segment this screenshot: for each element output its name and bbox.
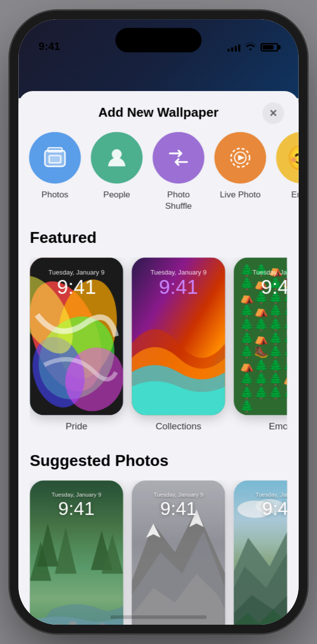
status-time: 9:41 xyxy=(39,40,60,52)
svg-rect-3 xyxy=(48,148,62,152)
suggested-section: Suggested Photos xyxy=(18,452,299,625)
nature1-background: Tuesday, January 9 9:41 xyxy=(30,481,123,625)
close-button[interactable]: ✕ xyxy=(263,102,284,124)
wallpaper-type-emoji[interactable]: 😊 Emoji xyxy=(277,132,299,212)
svg-point-4 xyxy=(112,149,122,159)
sheet-header: Add New Wallpaper ✕ xyxy=(18,105,299,132)
collections-preview: Tuesday, January 9 9:41 xyxy=(132,258,225,415)
live-photo-icon xyxy=(214,132,266,184)
pride-background: Tuesday, January 9 9:41 xyxy=(30,258,123,415)
wallpaper-types-row: Photos People Photo Sh xyxy=(18,132,299,229)
suggested-card-1[interactable]: Tuesday, January 9 9:41 xyxy=(30,481,123,625)
nature1-preview: Tuesday, January 9 9:41 xyxy=(30,481,123,625)
nature2-preview: Tuesday, January 9 9:41 xyxy=(132,481,225,625)
photo-shuffle-icon xyxy=(153,132,204,184)
collections-date: Tuesday, January 9 xyxy=(151,269,207,276)
signal-bars-icon xyxy=(227,43,240,51)
live-photo-label: Live Photo xyxy=(220,189,261,201)
battery-fill xyxy=(263,45,273,49)
photos-icon xyxy=(29,132,81,184)
wifi-icon xyxy=(245,42,256,52)
photo-shuffle-label: Photo Shuffle xyxy=(165,189,192,212)
suggested-card-2[interactable]: Tuesday, January 9 9:41 xyxy=(132,481,225,625)
suggested-card-3[interactable]: Tuesday, January 9 9:41 xyxy=(234,481,287,625)
featured-card-pride[interactable]: Tuesday, January 9 9:41 Pride xyxy=(30,258,123,432)
collections-time: 9:41 xyxy=(159,276,198,299)
close-icon: ✕ xyxy=(269,107,277,119)
wallpaper-type-photos[interactable]: Photos xyxy=(30,132,80,212)
status-icons xyxy=(227,42,278,52)
signal-bar-2 xyxy=(231,47,233,51)
people-icon xyxy=(91,132,143,184)
signal-bar-3 xyxy=(235,46,237,51)
emoji-label: Emoji xyxy=(291,189,299,201)
pride-time: 9:41 xyxy=(57,276,96,299)
featured-section: Featured xyxy=(18,229,299,435)
collections-background: Tuesday, January 9 9:41 xyxy=(132,258,225,415)
svg-marker-7 xyxy=(238,155,245,161)
nature2-background: Tuesday, January 9 9:41 xyxy=(132,481,225,625)
nature2-time: 9:41 xyxy=(160,498,197,520)
photos-label: Photos xyxy=(42,189,68,201)
phone-frame: 9:41 Add New Wallpa xyxy=(18,19,299,625)
wallpaper-type-photo-shuffle[interactable]: Photo Shuffle xyxy=(154,132,204,212)
featured-card-emoji[interactable]: 🌲🌲⛺🌲🌲🌲⛺🌲🥾🌲⛺🌲🌲🌲🌲🌲⛺🌲🌲🌲🌲🌲🌲🌲🥾🌲⛺🌲🌲🌲🌲🥾🌲🌲🌲⛺🌲🌲🌲🌲… xyxy=(234,258,287,432)
featured-title: Featured xyxy=(30,229,287,248)
battery-icon xyxy=(261,43,278,51)
emoji-type-icon: 😊 xyxy=(276,132,299,184)
dynamic-island xyxy=(115,28,202,52)
signal-bar-4 xyxy=(238,44,240,51)
emoji-preview: 🌲🌲⛺🌲🌲🌲⛺🌲🥾🌲⛺🌲🌲🌲🌲🌲⛺🌲🌲🌲🌲🌲🌲🌲🥾🌲⛺🌲🌲🌲🌲🥾🌲🌲🌲⛺🌲🌲🌲🌲… xyxy=(234,258,287,415)
pride-date: Tuesday, January 9 xyxy=(49,269,105,276)
featured-scroll[interactable]: Tuesday, January 9 9:41 Pride xyxy=(30,258,287,435)
signal-bar-1 xyxy=(227,48,229,51)
emoji-time-display: 9:41 xyxy=(261,276,287,299)
people-label: People xyxy=(104,189,130,201)
pride-label: Pride xyxy=(66,421,88,432)
nature3-preview: Tuesday, January 9 9:41 xyxy=(234,481,287,625)
nature1-time: 9:41 xyxy=(58,498,95,520)
nature3-time: 9:41 xyxy=(263,498,287,520)
suggested-title: Suggested Photos xyxy=(30,452,287,471)
emoji-background: 🌲🌲⛺🌲🌲🌲⛺🌲🥾🌲⛺🌲🌲🌲🌲🌲⛺🌲🌲🌲🌲🌲🌲🌲🥾🌲⛺🌲🌲🌲🌲🥾🌲🌲🌲⛺🌲🌲🌲🌲… xyxy=(234,258,287,415)
nature3-background: Tuesday, January 9 9:41 xyxy=(234,481,287,625)
pride-preview: Tuesday, January 9 9:41 xyxy=(30,258,123,415)
featured-card-collections[interactable]: Tuesday, January 9 9:41 Collections xyxy=(132,258,225,432)
sheet-title: Add New Wallpaper xyxy=(99,105,219,120)
wallpaper-type-live-photo[interactable]: Live Photo xyxy=(215,132,266,212)
emoji-date: Tuesday, January 9 xyxy=(253,269,287,276)
add-wallpaper-sheet: Add New Wallpaper ✕ Photos xyxy=(18,91,299,625)
wallpaper-type-people[interactable]: People xyxy=(92,132,142,212)
collections-label: Collections xyxy=(156,421,201,432)
emoji-wall-label: Emoji xyxy=(269,421,287,432)
suggested-scroll[interactable]: Tuesday, January 9 9:41 xyxy=(30,481,287,625)
